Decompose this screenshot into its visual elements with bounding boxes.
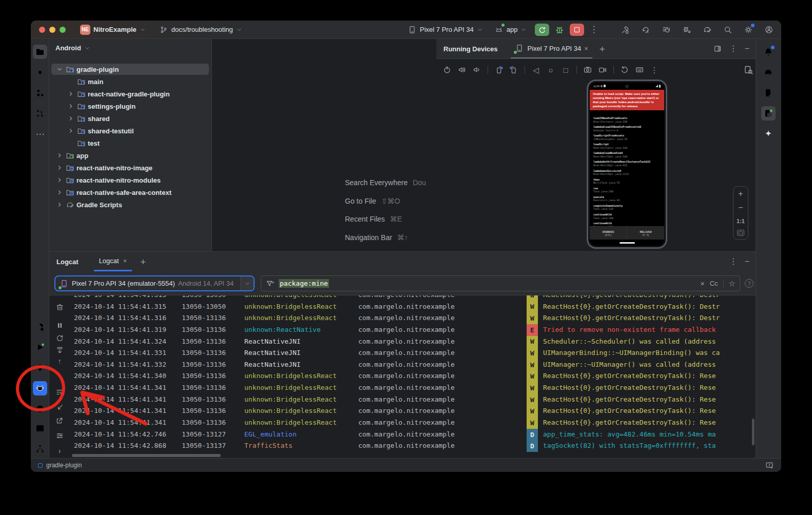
log-entry[interactable]: 2024-10-14 11:54:42.74613050-13127EGL_em… bbox=[72, 429, 752, 441]
tree-expand-icon[interactable] bbox=[55, 65, 64, 73]
log-entry[interactable]: 2024-10-14 11:54:42.86813050-13137Traffi… bbox=[72, 440, 752, 452]
logcat-export-button[interactable] bbox=[54, 415, 65, 425]
log-entry[interactable]: 2024-10-14 11:54:41.33113050-13136ReactN… bbox=[72, 347, 752, 359]
project-widget[interactable]: NE NitroExample bbox=[77, 23, 149, 36]
stripe-notifications-button[interactable] bbox=[761, 45, 776, 59]
clear-filter-button[interactable]: × bbox=[700, 280, 704, 287]
emulator-rotate-left-button[interactable] bbox=[493, 64, 505, 75]
logcat-restart-button[interactable] bbox=[54, 333, 65, 343]
log-entry[interactable]: 2024-10-14 11:54:41.31513050-13050unknow… bbox=[72, 301, 752, 313]
log-entry[interactable]: 2024-10-14 11:54:41.31913050-13136unknow… bbox=[72, 324, 752, 336]
emulator-screen-mirror[interactable]: 11:54 Unable to load script. Make sure y… bbox=[587, 80, 667, 249]
stripe-problems-button[interactable] bbox=[33, 402, 47, 416]
emulator-reset-button[interactable] bbox=[619, 64, 630, 75]
sync-translations-button[interactable]: A bbox=[641, 25, 651, 35]
tree-expand-icon[interactable] bbox=[55, 176, 64, 184]
device-tab[interactable]: Pixel 7 Pro API 34 × bbox=[511, 39, 592, 58]
tree-expand-icon[interactable] bbox=[55, 188, 64, 196]
emulator-more-v-button[interactable]: ⋮ bbox=[649, 64, 660, 75]
logcat-go-up-button[interactable]: ↑ bbox=[54, 356, 65, 366]
logcat-clear-button[interactable] bbox=[54, 302, 65, 312]
tree-item-react-native-nitro-modules[interactable]: react-native-nitro-modules bbox=[49, 174, 212, 186]
match-case-toggle[interactable]: Cc bbox=[710, 280, 718, 287]
logcat-pause-button[interactable] bbox=[54, 320, 65, 330]
vcs-branch-widget[interactable]: docs/troubleshooting bbox=[156, 24, 245, 36]
emulator-home-button[interactable]: ○ bbox=[545, 64, 556, 75]
logcat-more-button[interactable]: › bbox=[54, 446, 65, 456]
logcat-device-selector[interactable]: Pixel 7 Pro API 34 (emulator-5554) Andro… bbox=[54, 275, 255, 291]
gradle-sync-button[interactable] bbox=[702, 25, 712, 35]
project-view-selector[interactable]: Android bbox=[55, 44, 90, 52]
tree-expand-icon[interactable] bbox=[67, 102, 75, 110]
stripe-project-button[interactable] bbox=[33, 45, 47, 59]
tree-item-app[interactable]: app bbox=[49, 149, 212, 162]
run-more-options-button[interactable]: ⋮ bbox=[589, 25, 598, 34]
tree-expand-icon[interactable] bbox=[67, 127, 75, 135]
reload-app-button[interactable]: RELOAD (R, R) bbox=[627, 227, 664, 240]
log-entry[interactable]: 2024-10-14 11:54:41.34113050-13136unknow… bbox=[72, 382, 752, 394]
tree-item-Gradle Scripts[interactable]: Gradle Scripts bbox=[49, 199, 212, 211]
stop-app-button[interactable] bbox=[570, 24, 584, 36]
hide-logcat-button[interactable]: − bbox=[745, 258, 749, 266]
tree-item-gradle-plugin[interactable]: gradle-plugin bbox=[49, 63, 212, 75]
emulator-rotate-right-button[interactable] bbox=[508, 64, 519, 75]
tree-item-main[interactable]: main bbox=[49, 75, 212, 88]
stripe-build-button[interactable] bbox=[33, 320, 47, 334]
stripe-running-devices-button[interactable] bbox=[761, 106, 776, 121]
logcat-collapse-button[interactable] bbox=[54, 402, 65, 412]
status-module-label[interactable]: gradle-plugin bbox=[46, 462, 82, 469]
logcat-tab[interactable]: Logcat × bbox=[94, 252, 132, 271]
zoom-to-fit-button[interactable] bbox=[737, 230, 744, 236]
stripe-gradle-button[interactable] bbox=[761, 65, 776, 80]
dismiss-error-button[interactable]: DISMISS (ESC) bbox=[590, 227, 627, 240]
close-logcat-tab-button[interactable]: × bbox=[123, 258, 127, 264]
log-entry[interactable]: 2024-10-14 11:54:41.32413050-13136ReactN… bbox=[72, 336, 752, 348]
attach-debugger-button[interactable] bbox=[682, 25, 692, 35]
stripe-run-button[interactable] bbox=[33, 340, 47, 354]
logcat-help-button[interactable]: ? bbox=[745, 279, 753, 288]
stripe-device-manager-button[interactable] bbox=[761, 86, 776, 100]
logcat-filter-field[interactable]: package:mine × Cc ☆ bbox=[261, 275, 740, 291]
emulator-record-button[interactable] bbox=[597, 64, 608, 75]
tree-expand-icon[interactable] bbox=[67, 90, 75, 98]
run-configuration-selector[interactable]: app bbox=[491, 24, 530, 36]
zoom-in-button[interactable]: + bbox=[738, 190, 743, 198]
logcat-scroll-to-end-button[interactable] bbox=[54, 345, 65, 355]
panel-options-button[interactable]: ⋮ bbox=[729, 45, 738, 53]
tree-expand-icon[interactable] bbox=[67, 114, 75, 123]
new-device-tab-button[interactable]: + bbox=[600, 44, 605, 54]
tree-item-shared[interactable]: shared bbox=[49, 112, 212, 125]
emulator-power-button[interactable] bbox=[441, 64, 453, 75]
stripe-app-quality-button[interactable] bbox=[33, 361, 47, 375]
stripe-logcat-button[interactable] bbox=[33, 381, 47, 395]
log-entry[interactable]: 2024-10-14 11:54:41.34113050-13136unknow… bbox=[72, 417, 752, 429]
logcat-soft-wrap-button[interactable] bbox=[54, 387, 65, 397]
log-entry[interactable]: 2024-10-14 11:54:41.34013050-13136unknow… bbox=[72, 370, 752, 382]
log-entry[interactable]: 2024-10-14 11:54:41.34113050-13136unknow… bbox=[72, 405, 752, 417]
logcat-options-button[interactable]: ⋮ bbox=[729, 258, 738, 266]
stripe-more-h-button[interactable]: ⋯ bbox=[33, 127, 47, 141]
event-log-button[interactable] bbox=[765, 461, 774, 470]
emulator-volume-down-button[interactable] bbox=[471, 64, 482, 75]
zoom-actual-size-button[interactable]: 1:1 bbox=[737, 218, 745, 224]
log-entry[interactable]: 2024-10-14 11:54:41.33213050-13136ReactN… bbox=[72, 359, 752, 371]
stripe-commit-button[interactable] bbox=[33, 65, 47, 80]
emulator-overview-button[interactable]: □ bbox=[560, 64, 571, 75]
stripe-vcs-button[interactable] bbox=[33, 442, 47, 456]
log-entry[interactable]: 2024-10-14 11:54:41.31313050-13050unknow… bbox=[72, 295, 752, 301]
tree-item-react-native-gradle-plugin[interactable]: react-native-gradle-plugin bbox=[49, 88, 212, 100]
tree-expand-icon[interactable] bbox=[55, 201, 64, 209]
search-everywhere-button[interactable] bbox=[723, 25, 733, 35]
logcat-go-down-button[interactable]: ↓ bbox=[54, 370, 65, 380]
tree-item-shared-testutil[interactable]: shared-testutil bbox=[49, 125, 212, 137]
tree-expand-icon[interactable] bbox=[55, 164, 64, 172]
device-dropdown-chevron[interactable] bbox=[240, 276, 254, 290]
emulator-back-button[interactable]: ◁ bbox=[530, 64, 542, 75]
stripe-pull-requests-button[interactable] bbox=[33, 106, 47, 121]
hide-panel-button[interactable]: − bbox=[745, 45, 749, 53]
minimize-window-button[interactable] bbox=[49, 27, 55, 33]
build-project-button[interactable] bbox=[620, 25, 630, 35]
stripe-structure-button[interactable] bbox=[33, 86, 47, 100]
stripe-terminal-button[interactable] bbox=[33, 421, 47, 435]
rerun-app-button[interactable] bbox=[535, 24, 549, 36]
